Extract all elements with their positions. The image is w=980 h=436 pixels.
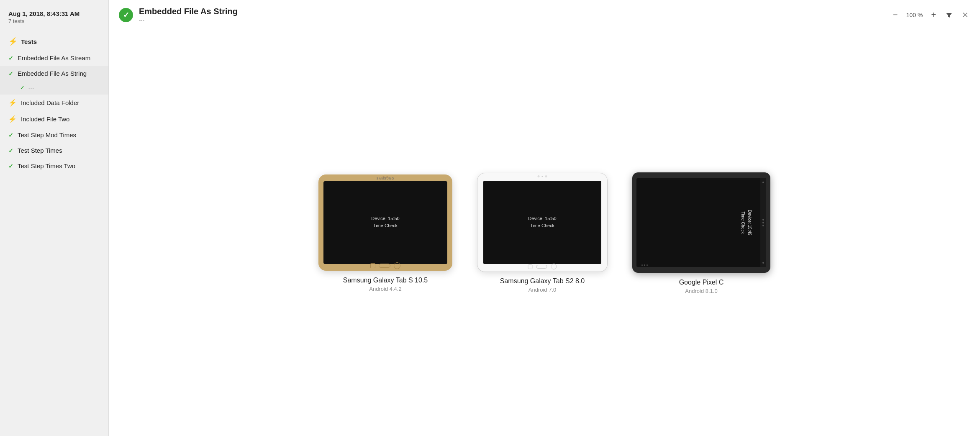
sidebar-count: 7 tests: [8, 18, 100, 24]
header-subtitle: ---: [139, 17, 238, 23]
back-btn: [528, 264, 533, 269]
sidebar-item-label: Embedded File As String: [18, 70, 87, 77]
top-bar: [538, 175, 547, 177]
sidebar-header: Aug 1, 2018, 8:43:31 AM 7 tests: [0, 10, 108, 33]
zoom-out-button[interactable]: −: [891, 9, 900, 21]
sidebar-date: Aug 1, 2018, 8:43:31 AM: [8, 10, 100, 17]
camera-dot-2: [545, 175, 547, 177]
sidebar-section-label: Tests: [21, 38, 37, 45]
sidebar-item-label: Included Data Folder: [21, 99, 79, 106]
sidebar-tests-header: ⚡ Tests: [0, 33, 108, 50]
device-screen: Device: 15:50Time Check: [483, 181, 601, 264]
screen-content: Device: 15:50Time Check: [371, 215, 399, 230]
device-mockup-tab-s28: Device: 15:50Time Check: [477, 173, 607, 272]
side-dot: [762, 225, 764, 226]
device-name: Samsung Galaxy Tab S2 8.0: [500, 277, 585, 285]
sidebar-item-test-step-times[interactable]: ✓ Test Step Times: [0, 143, 108, 158]
home-btn-area: [370, 262, 400, 269]
check-icon-small: ✓: [20, 85, 24, 91]
device-mockup-pixel-c: Device: 15:49Time Check: [632, 172, 770, 273]
recent-btn: [394, 262, 400, 269]
sidebar-item-included-data-folder[interactable]: ⚡ Included Data Folder: [0, 95, 108, 111]
bottom-dot: [644, 264, 645, 266]
lightning-icon: ⚡: [8, 37, 18, 46]
sidebar-item-label: Test Step Times Two: [18, 162, 75, 169]
sidebar-item-label: Embedded File As Stream: [18, 54, 90, 62]
sidebar-item-label: Included File Two: [21, 115, 69, 123]
sidebar-item-test-step-times-two[interactable]: ✓ Test Step Times Two: [0, 158, 108, 174]
side-dot: [762, 219, 764, 221]
check-icon: ✓: [8, 163, 13, 169]
screen-content: Device: 15:50Time Check: [528, 215, 556, 230]
device-card-samsung-tab-s28: Device: 15:50Time Check Samsung Galaxy T…: [477, 173, 607, 293]
device-card-google-pixel-c: Device: 15:49Time Check: [632, 172, 770, 294]
filter-button[interactable]: [944, 10, 954, 20]
status-badge-pass: ✓: [119, 8, 133, 22]
sidebar-subitem-dashes[interactable]: ✓ ---: [0, 81, 108, 95]
sidebar-item-included-file-two[interactable]: ⚡ Included File Two: [0, 111, 108, 127]
device-card-samsung-tab-s105: SAMSUNG Device: 15:50Time Check Samsung …: [318, 174, 452, 292]
sidebar-subitem-label: ---: [28, 85, 34, 91]
home-btn: [379, 264, 390, 268]
device-name: Samsung Galaxy Tab S 10.5: [343, 277, 428, 284]
home-btn-area: [528, 264, 557, 269]
svg-marker-0: [946, 13, 952, 18]
sidebar-item-label: Test Step Mod Times: [18, 131, 76, 138]
header-title: Embedded File As String: [139, 7, 238, 16]
bottom-dots: [641, 264, 648, 266]
side-dot: [762, 182, 764, 183]
check-icon: ✓: [8, 55, 13, 62]
device-mockup-tab-s105: SAMSUNG Device: 15:50Time Check: [318, 174, 452, 271]
check-icon: ✓: [8, 132, 13, 138]
side-dot: [762, 222, 764, 223]
side-dot: [762, 262, 764, 264]
device-os: Android 8.1.0: [685, 288, 717, 294]
check-icon: ✓: [8, 147, 13, 154]
lightning-icon: ⚡: [8, 115, 17, 123]
lightning-icon: ⚡: [8, 99, 17, 107]
main-header: ✓ Embedded File As String --- − 100 % + …: [109, 0, 980, 30]
sidebar-item-embedded-file-stream[interactable]: ✓ Embedded File As Stream: [0, 50, 108, 66]
sidebar-item-embedded-file-string[interactable]: ✓ Embedded File As String: [0, 66, 108, 81]
check-icon: ✓: [8, 70, 13, 77]
devices-area: SAMSUNG Device: 15:50Time Check Samsung …: [109, 30, 980, 436]
side-dots-group: [762, 219, 764, 226]
sidebar: Aug 1, 2018, 8:43:31 AM 7 tests ⚡ Tests …: [0, 0, 109, 436]
back-btn: [370, 263, 375, 268]
header-title-group: Embedded File As String ---: [139, 7, 238, 23]
filter-icon: [945, 11, 953, 19]
bottom-dot: [641, 264, 643, 266]
camera-dot: [538, 175, 540, 177]
zoom-level: 100 %: [905, 12, 924, 18]
home-btn: [536, 265, 547, 269]
close-button[interactable]: ✕: [960, 10, 970, 21]
zoom-in-button[interactable]: +: [929, 9, 938, 21]
device-name: Google Pixel C: [679, 279, 724, 286]
device-os: Android 4.4.2: [369, 286, 401, 292]
side-bar: [760, 178, 766, 267]
sidebar-item-label: Test Step Times: [18, 147, 62, 154]
screen-content: Device: 15:49Time Check: [739, 210, 752, 235]
sensor-dot: [542, 176, 543, 177]
main-panel: ✓ Embedded File As String --- − 100 % + …: [109, 0, 980, 436]
bottom-dot: [646, 264, 648, 266]
sidebar-item-test-step-mod-times[interactable]: ✓ Test Step Mod Times: [0, 127, 108, 143]
device-screen: Device: 15:49Time Check: [636, 178, 766, 267]
device-os: Android 7.0: [528, 287, 557, 293]
recent-btn: [551, 264, 557, 269]
device-screen: Device: 15:50Time Check: [323, 181, 447, 264]
samsung-brand: SAMSUNG: [377, 177, 394, 180]
header-controls: − 100 % + ✕: [891, 9, 970, 21]
